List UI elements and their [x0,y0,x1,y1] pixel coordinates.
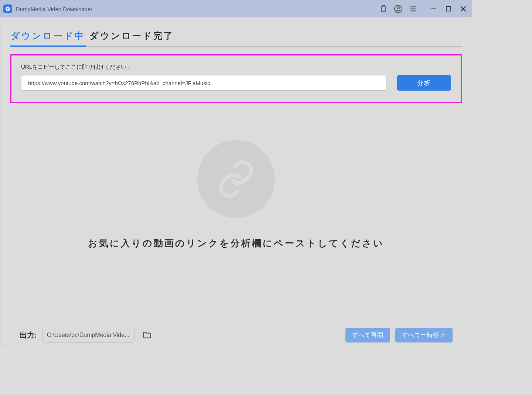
link-placeholder-icon [197,140,275,218]
svg-rect-7 [446,7,451,11]
url-panel: URLをコピーしてここに貼り付けください： 分析 [10,54,462,103]
open-folder-button[interactable] [140,328,154,342]
output-path-text: C:\Users\pc\DumpMedia Vide... [47,332,130,338]
svg-rect-0 [382,6,386,12]
tab-downloading[interactable]: ダウンロード中 [10,27,86,47]
output-label: 出力: [20,330,37,340]
minimize-button[interactable] [428,3,439,14]
url-label: URLをコピーしてここに貼り付けください： [21,64,451,71]
tab-completed[interactable]: ダウンロード完了 [89,27,175,46]
tabs: ダウンロード中 ダウンロード完了 [10,27,462,47]
empty-state-message: お気に入りの動画のリンクを分析欄にペーストしてください [88,237,384,249]
url-input[interactable] [21,75,387,91]
menu-icon[interactable] [408,4,418,14]
account-icon[interactable] [393,4,403,14]
analyze-button[interactable]: 分析 [397,75,451,91]
app-logo-icon [3,4,12,13]
close-button[interactable] [458,3,469,14]
app-title: DumpMedia Video Downloader [16,6,379,12]
maximize-button[interactable] [443,3,454,14]
app-window: DumpMedia Video Downloader [0,0,472,350]
resume-all-button[interactable]: すべて再開 [345,328,390,342]
output-path-field[interactable]: C:\Users\pc\DumpMedia Vide... [42,328,134,342]
pause-all-button[interactable]: すべて一時停止 [395,328,453,342]
url-row: 分析 [21,75,451,91]
titlebar: DumpMedia Video Downloader [0,0,472,17]
svg-point-2 [397,7,399,9]
titlebar-controls [379,3,469,14]
window-controls [428,3,469,14]
content-area: ダウンロード中 ダウンロード完了 URLをコピーしてここに貼り付けください： 分… [0,17,472,249]
empty-state: お気に入りの動画のリンクを分析欄にペーストしてください [10,140,462,249]
clipboard-icon[interactable] [379,4,388,14]
footer: 出力: C:\Users\pc\DumpMedia Vide... すべて再開 … [10,321,462,350]
